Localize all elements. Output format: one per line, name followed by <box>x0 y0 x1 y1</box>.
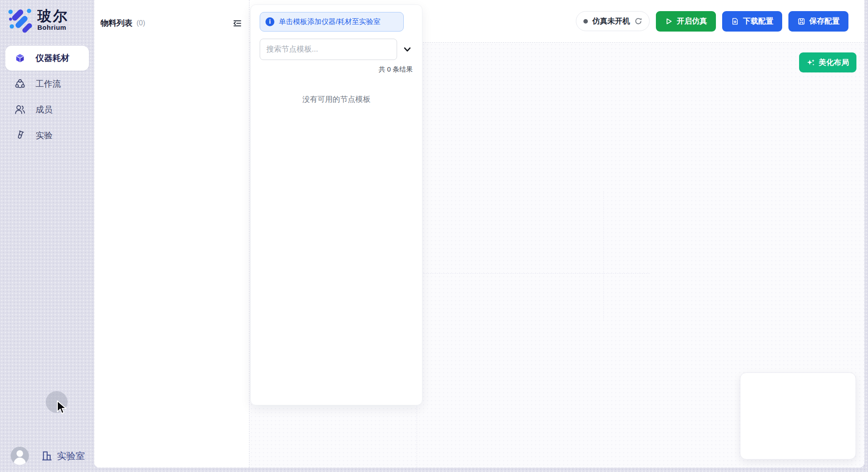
flow-canvas[interactable]: i 单击模板添加仪器/耗材至实验室 共 0 条结果 没有可用的节点模板 <box>249 43 864 468</box>
avatar[interactable] <box>11 447 29 465</box>
material-list-count: (0) <box>137 19 145 27</box>
brand-name-en: Bohrium <box>37 24 68 31</box>
material-list-title: 物料列表 <box>100 18 133 28</box>
sim-status-text: 仿真未开机 <box>592 16 630 26</box>
node-template-panel: i 单击模板添加仪器/耗材至实验室 共 0 条结果 没有可用的节点模板 <box>250 4 422 405</box>
beautify-layout-button[interactable]: 美化布局 <box>799 52 856 72</box>
template-hint-text: 单击模板添加仪器/耗材至实验室 <box>279 17 380 27</box>
status-dot-icon <box>583 19 588 24</box>
download-config-button[interactable]: 下载配置 <box>722 11 782 32</box>
bohrium-logo-icon <box>7 7 33 33</box>
refresh-icon[interactable] <box>635 17 642 25</box>
collapse-panel-icon[interactable] <box>232 18 242 28</box>
sidebar-item-workflow[interactable]: 工作流 <box>5 72 89 96</box>
sidebar-nav: 仪器耗材 工作流 成员 <box>0 46 94 148</box>
sidebar-item-label: 仪器耗材 <box>36 52 69 64</box>
save-icon <box>797 17 805 25</box>
canvas-guide-line <box>603 191 604 321</box>
material-list-panel: 物料列表 (0) <box>94 0 249 468</box>
members-icon <box>14 104 26 116</box>
start-simulation-button[interactable]: 开启仿真 <box>656 11 716 32</box>
sidebar-item-members[interactable]: 成员 <box>5 97 89 122</box>
sidebar-item-instruments[interactable]: 仪器耗材 <box>5 46 89 71</box>
brand-name-zh: 玻尔 <box>37 9 68 24</box>
template-search-input[interactable] <box>260 39 397 60</box>
brand: 玻尔 Bohrium <box>0 0 94 33</box>
workflow-icon <box>14 78 26 90</box>
sim-status-pill: 仿真未开机 <box>576 11 650 31</box>
experiment-icon <box>14 130 26 141</box>
cursor-icon <box>56 400 67 417</box>
building-icon <box>41 450 53 462</box>
minimap[interactable] <box>740 372 856 460</box>
chevron-down-icon[interactable] <box>403 45 412 54</box>
template-result-count: 共 0 条结果 <box>251 65 422 74</box>
main-area: 物料管理 仿真未开机 <box>249 0 864 468</box>
sparkles-icon <box>807 58 815 67</box>
template-empty-text: 没有可用的节点模板 <box>251 94 422 104</box>
play-icon <box>665 17 673 25</box>
cube-icon <box>14 52 26 64</box>
info-icon: i <box>265 17 274 26</box>
lab-entry-label: 实验室 <box>57 450 85 462</box>
sidebar-item-label: 成员 <box>36 104 52 116</box>
canvas-guide-line <box>417 273 650 274</box>
save-config-button[interactable]: 保存配置 <box>788 11 848 32</box>
sidebar-item-label: 工作流 <box>36 78 61 90</box>
sidebar-item-experiments[interactable]: 实验 <box>5 123 89 148</box>
lab-entry[interactable]: 实验室 <box>41 450 85 462</box>
sidebar-item-label: 实验 <box>36 130 52 141</box>
sidebar: 玻尔 Bohrium 仪器耗材 <box>0 0 94 472</box>
content-surface: 物料列表 (0) 物料管理 仿真未开机 <box>94 0 864 468</box>
file-download-icon <box>731 17 739 25</box>
template-hint-banner: i 单击模板添加仪器/耗材至实验室 <box>260 12 404 32</box>
